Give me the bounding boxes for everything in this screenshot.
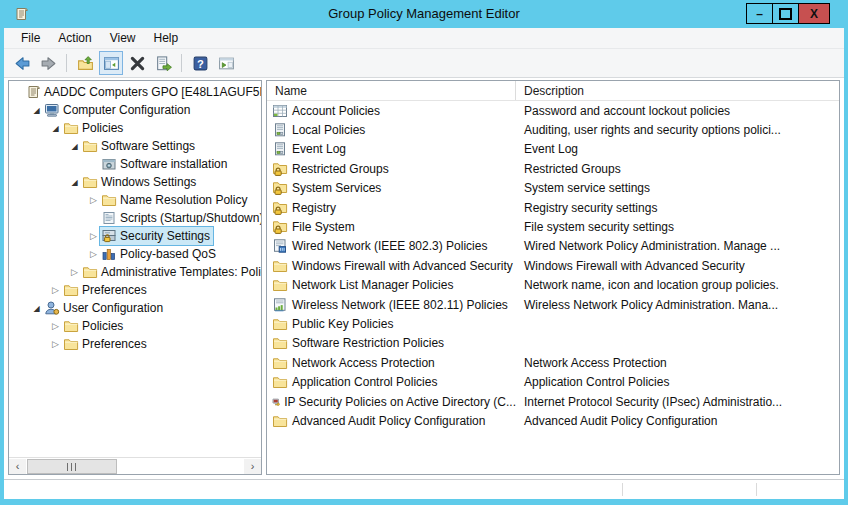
expander-collapsed-icon[interactable]: ▷: [49, 285, 62, 295]
list-item-account-policies[interactable]: Account PoliciesPassword and account loc…: [267, 101, 839, 120]
tree-item-content[interactable]: Administrative Templates: Policy: [81, 263, 262, 281]
tree-item-content[interactable]: Windows Settings: [81, 173, 199, 191]
scroll-left-button[interactable]: ‹: [9, 459, 26, 474]
list-item-file-system[interactable]: File SystemFile system security settings: [267, 217, 839, 236]
expander-collapsed-icon[interactable]: ▷: [87, 249, 100, 259]
tree-item-content[interactable]: Policy-based QoS: [100, 245, 219, 263]
expander-collapsed-icon[interactable]: ▷: [49, 339, 62, 349]
list-item-name-cell[interactable]: Software Restriction Policies: [267, 335, 516, 351]
close-button[interactable]: X: [798, 3, 830, 24]
tree-item-security-settings[interactable]: ▷Security Settings: [9, 227, 261, 245]
up-one-level-button[interactable]: [73, 51, 97, 75]
tree-item-name-resolution-policy[interactable]: ▷Name Resolution Policy: [9, 191, 261, 209]
tree-item-scripts-startup-shutdown[interactable]: Scripts (Startup/Shutdown): [9, 209, 261, 227]
folder-icon: [272, 355, 288, 371]
tree-item-content[interactable]: Software Settings: [81, 137, 198, 155]
expander-collapsed-icon[interactable]: ▷: [68, 267, 81, 277]
list-item-name-cell[interactable]: Local Policies: [267, 122, 516, 138]
list-item-name-cell[interactable]: Wireless Network (IEEE 802.11) Policies: [267, 297, 516, 313]
expander-collapsed-icon[interactable]: ▷: [49, 321, 62, 331]
tree-item-content[interactable]: Scripts (Startup/Shutdown): [100, 209, 262, 227]
show-action-pane-button[interactable]: [214, 51, 238, 75]
tree-item-software-settings[interactable]: ◢Software Settings: [9, 137, 261, 155]
list-item-restricted-groups[interactable]: Restricted GroupsRestricted Groups: [267, 159, 839, 178]
tree-item-content[interactable]: Name Resolution Policy: [100, 191, 250, 209]
tree-item-content[interactable]: AADDC Computers GPO [E48L1AGUF5NDC: [24, 83, 262, 101]
list-item-name-cell[interactable]: Advanced Audit Policy Configuration: [267, 413, 516, 429]
tree-item-content[interactable]: Preferences: [62, 335, 150, 353]
list-item-local-policies[interactable]: Local PoliciesAuditing, user rights and …: [267, 120, 839, 139]
maximize-button[interactable]: [772, 3, 799, 24]
list-item-network-list-manager-policies[interactable]: Network List Manager PoliciesNetwork nam…: [267, 276, 839, 295]
minimize-button[interactable]: –: [746, 3, 773, 24]
menu-action[interactable]: Action: [49, 29, 100, 47]
tree-item-aaddc-computers-gpo-e48l1aguf5ndc[interactable]: AADDC Computers GPO [E48L1AGUF5NDC: [9, 83, 261, 101]
list-item-name-cell[interactable]: Network List Manager Policies: [267, 277, 516, 293]
list-item-name-cell[interactable]: Network Access Protection: [267, 355, 516, 371]
console-tree-icon: [103, 55, 120, 72]
expander-expanded-icon[interactable]: ◢: [68, 142, 81, 151]
delete-button[interactable]: [125, 51, 149, 75]
tree-item-content[interactable]: User Configuration: [43, 299, 166, 317]
list-item-network-access-protection[interactable]: Network Access ProtectionNetwork Access …: [267, 353, 839, 372]
list-item-ip-security-policies-on-active-directory-c[interactable]: IP Security Policies on Active Directory…: [267, 392, 839, 411]
list-item-wired-network-ieee-802-3-policies[interactable]: Wired Network (IEEE 802.3) PoliciesWired…: [267, 237, 839, 256]
tree-item-software-installation[interactable]: Software installation: [9, 155, 261, 173]
list-item-software-restriction-policies[interactable]: Software Restriction Policies: [267, 334, 839, 353]
list-item-name-cell[interactable]: IP Security Policies on Active Directory…: [267, 394, 516, 410]
list-item-windows-firewall-with-advanced-security[interactable]: Windows Firewall with Advanced SecurityW…: [267, 256, 839, 275]
expander-expanded-icon[interactable]: ◢: [68, 178, 81, 187]
list-item-advanced-audit-policy-configuration[interactable]: Advanced Audit Policy ConfigurationAdvan…: [267, 411, 839, 430]
tree-item-windows-settings[interactable]: ◢Windows Settings: [9, 173, 261, 191]
scroll-thumb[interactable]: [27, 459, 117, 474]
menu-file[interactable]: File: [12, 29, 49, 47]
show-console-tree-button[interactable]: [99, 51, 123, 75]
list-item-name-cell[interactable]: Event Log: [267, 141, 516, 157]
tree-item-policies[interactable]: ▷Policies: [9, 317, 261, 335]
tree-item-policy-based-qos[interactable]: ▷Policy-based QoS: [9, 245, 261, 263]
menu-help[interactable]: Help: [145, 29, 188, 47]
tree-item-administrative-templates-policy[interactable]: ▷Administrative Templates: Policy: [9, 263, 261, 281]
tree-item-preferences[interactable]: ▷Preferences: [9, 281, 261, 299]
list-item-application-control-policies[interactable]: Application Control PoliciesApplication …: [267, 372, 839, 391]
list-item-name-cell[interactable]: Wired Network (IEEE 802.3) Policies: [267, 238, 516, 254]
tree-item-preferences[interactable]: ▷Preferences: [9, 335, 261, 353]
selected-tree-item[interactable]: Security Settings: [100, 227, 213, 245]
list-item-name-cell[interactable]: System Services: [267, 180, 516, 196]
expander-expanded-icon[interactable]: ◢: [49, 124, 62, 133]
expander-expanded-icon[interactable]: ◢: [30, 106, 43, 115]
back-button[interactable]: [10, 51, 34, 75]
scroll-right-button[interactable]: ›: [244, 459, 261, 474]
list-item-system-services[interactable]: System ServicesSystem service settings: [267, 179, 839, 198]
column-header-name[interactable]: Name: [267, 81, 516, 100]
export-list-button[interactable]: [151, 51, 175, 75]
list-item-name-cell[interactable]: Registry: [267, 200, 516, 216]
list-item-name-cell[interactable]: File System: [267, 219, 516, 235]
list-item-public-key-policies[interactable]: Public Key Policies: [267, 314, 839, 333]
tree-item-policies[interactable]: ◢Policies: [9, 119, 261, 137]
list-item-registry[interactable]: RegistryRegistry security settings: [267, 198, 839, 217]
tree-item-content[interactable]: Preferences: [62, 281, 150, 299]
list-item-name-cell[interactable]: Windows Firewall with Advanced Security: [267, 258, 516, 274]
title-bar[interactable]: Group Policy Management Editor – X: [0, 0, 848, 28]
expander-collapsed-icon[interactable]: ▷: [87, 195, 100, 205]
tree-item-user-configuration[interactable]: ◢User Configuration: [9, 299, 261, 317]
list-item-name-cell[interactable]: Restricted Groups: [267, 161, 516, 177]
tree-item-content[interactable]: Software installation: [100, 155, 230, 173]
help-button[interactable]: [188, 51, 212, 75]
expander-collapsed-icon[interactable]: ▷: [87, 231, 100, 241]
tree-item-content[interactable]: Policies: [62, 119, 126, 137]
list-item-wireless-network-ieee-802-11-policies[interactable]: Wireless Network (IEEE 802.11) PoliciesW…: [267, 295, 839, 314]
tree-horizontal-scrollbar[interactable]: ‹ ›: [9, 457, 261, 474]
tree-item-content[interactable]: Computer Configuration: [43, 101, 193, 119]
column-header-description[interactable]: Description: [516, 81, 839, 100]
list-item-name-cell[interactable]: Public Key Policies: [267, 316, 516, 332]
tree-item-computer-configuration[interactable]: ◢Computer Configuration: [9, 101, 261, 119]
list-item-event-log[interactable]: Event LogEvent Log: [267, 140, 839, 159]
menu-view[interactable]: View: [101, 29, 145, 47]
expander-expanded-icon[interactable]: ◢: [30, 304, 43, 313]
list-item-name-cell[interactable]: Account Policies: [267, 103, 516, 119]
forward-button[interactable]: [36, 51, 60, 75]
list-item-name-cell[interactable]: Application Control Policies: [267, 374, 516, 390]
tree-item-content[interactable]: Policies: [62, 317, 126, 335]
